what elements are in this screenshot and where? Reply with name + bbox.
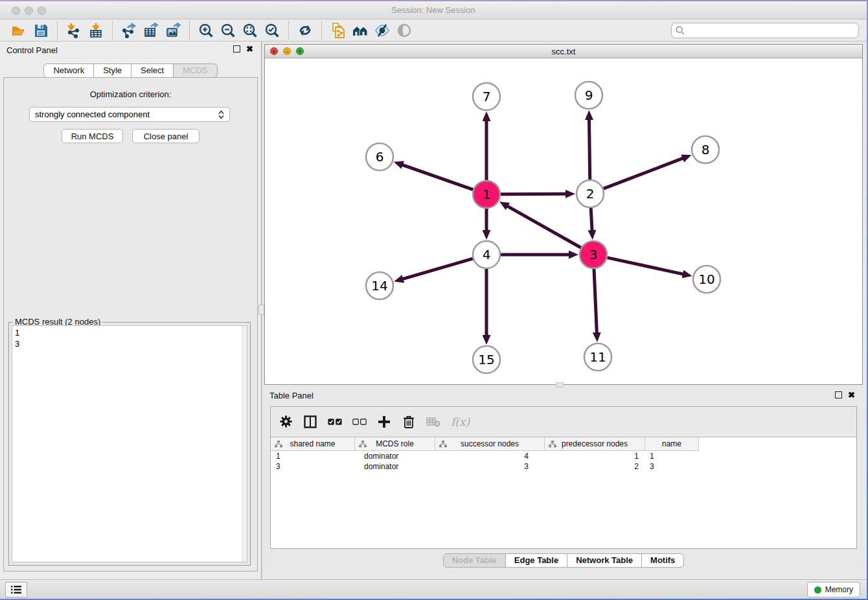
clone-network-button[interactable] — [327, 21, 349, 40]
tab-network-table[interactable]: Network Table — [567, 553, 642, 568]
column-header[interactable]: successor nodes — [435, 437, 545, 451]
zoom-selected-icon — [264, 23, 280, 38]
zoom-fit-button[interactable] — [239, 21, 261, 40]
graph-edge-3-11[interactable] — [594, 269, 597, 333]
network-canvas[interactable]: 1234678910111415 — [265, 58, 862, 384]
column-header[interactable]: shared name — [271, 437, 355, 451]
graph-edge-3-1[interactable] — [507, 206, 581, 248]
import-table-button[interactable] — [85, 21, 107, 40]
graph-node-label: 11 — [589, 349, 606, 365]
search-icon — [676, 26, 685, 35]
main-toolbar — [0, 19, 867, 41]
graph-node-label: 8 — [702, 142, 710, 157]
task-history-button[interactable] — [5, 582, 27, 597]
zoom-out-button[interactable] — [217, 21, 239, 40]
chevron-up-down-icon — [218, 110, 224, 119]
table-toolbar: f(x) — [271, 407, 856, 436]
table-cell: dominator — [355, 451, 435, 461]
tab-style[interactable]: Style — [94, 63, 131, 78]
column-header-label: successor nodes — [461, 439, 519, 448]
table-cell: 4 — [435, 451, 545, 461]
mcds-panel-body: Optimization criterion: strongly connect… — [3, 77, 258, 571]
table-panel-tabs: Node Table Edge Table Network Table Moti… — [264, 553, 863, 568]
control-panel-header: Control Panel ✖ — [0, 41, 261, 58]
add-column-icon — [378, 415, 391, 428]
graph-edge-2-3[interactable] — [591, 208, 592, 231]
tab-motifs[interactable]: Motifs — [642, 553, 684, 568]
column-header[interactable]: name — [645, 437, 699, 451]
table-settings-button[interactable] — [279, 415, 293, 429]
column-tree-icon — [439, 441, 447, 448]
float-panel-icon[interactable] — [233, 45, 240, 52]
column-header-label: name — [662, 439, 681, 448]
search-input[interactable] — [687, 26, 854, 35]
graphics-details-button[interactable] — [371, 21, 393, 40]
export-table-button[interactable] — [140, 21, 162, 40]
zoom-out-icon — [220, 23, 236, 38]
graph-edge-3-10[interactable] — [607, 258, 683, 274]
select-all-button[interactable] — [328, 415, 342, 429]
result-scrollbar[interactable] — [242, 326, 247, 562]
control-panel-title: Control Panel — [6, 45, 58, 55]
function-builder-icon: f(x) — [451, 415, 470, 428]
close-panel-icon[interactable]: ✖ — [246, 45, 253, 52]
mcds-result-textarea[interactable]: 1 3 — [12, 325, 247, 562]
graph-edge-1-6[interactable] — [402, 165, 473, 189]
memory-button[interactable]: Memory — [807, 582, 860, 597]
network-frame-title: scc.txt — [265, 47, 862, 56]
graph-edge-1-2[interactable] — [501, 194, 566, 194]
update-network-button[interactable] — [294, 21, 316, 40]
delete-icon — [403, 415, 415, 428]
delete-columns-button[interactable] — [402, 415, 416, 429]
run-mcds-button[interactable]: Run MCDS — [62, 129, 123, 143]
toolbar-separator — [189, 21, 190, 40]
export-image-button[interactable] — [162, 21, 184, 40]
birds-eye-button[interactable] — [393, 21, 415, 40]
graph-edge-2-9[interactable] — [589, 119, 589, 179]
close-panel-button[interactable]: Close panel — [132, 129, 200, 143]
toolbar-separator — [321, 21, 322, 40]
column-tree-icon — [359, 441, 367, 448]
table-row[interactable]: 3dominator323 — [271, 461, 699, 472]
column-header[interactable]: predecessor nodes — [545, 437, 645, 451]
float-panel-icon[interactable] — [835, 391, 842, 398]
tab-mcds[interactable]: MCDS — [174, 63, 217, 78]
graph-node-label: 3 — [589, 247, 598, 262]
show-column-panel-button[interactable] — [303, 415, 317, 429]
close-panel-icon[interactable]: ✖ — [848, 391, 855, 398]
graph-edge-2-8[interactable] — [604, 158, 683, 189]
column-header[interactable]: MCDS role — [355, 437, 435, 451]
save-session-button[interactable] — [30, 21, 52, 40]
network-graph[interactable]: 1234678910111415 — [265, 58, 862, 384]
task-list-icon — [10, 585, 22, 594]
table-panel-header: Table Panel ✖ — [264, 389, 863, 404]
tab-network[interactable]: Network — [43, 63, 94, 78]
status-bar: Memory — [0, 579, 867, 599]
graph-edge-4-14[interactable] — [403, 259, 473, 279]
control-panel: Control Panel ✖ Network Style Select MCD… — [0, 41, 261, 579]
column-header-label: shared name — [290, 439, 335, 448]
function-builder-button[interactable]: f(x) — [451, 415, 470, 429]
export-network-button[interactable] — [118, 21, 140, 40]
tab-select[interactable]: Select — [131, 63, 174, 78]
delete-table-button[interactable] — [426, 415, 440, 429]
import-network-button[interactable] — [63, 21, 85, 40]
zoom-in-button[interactable] — [195, 21, 217, 40]
deselect-all-button[interactable] — [352, 415, 367, 429]
tab-node-table[interactable]: Node Table — [443, 553, 506, 568]
network-frame-titlebar: × – + scc.txt — [265, 45, 862, 58]
zoom-selected-button[interactable] — [261, 21, 283, 40]
open-file-button[interactable] — [8, 21, 30, 40]
deselect-all-icon — [352, 418, 367, 426]
search-box[interactable] — [671, 23, 859, 38]
table-row[interactable]: 1dominator411 — [271, 451, 699, 461]
criterion-select[interactable]: strongly connected component — [29, 107, 230, 122]
graph-node-label: 4 — [483, 247, 491, 262]
tab-edge-table[interactable]: Edge Table — [506, 553, 567, 568]
table-cell: 1 — [545, 451, 645, 461]
horizontal-splitter-handle[interactable] — [556, 382, 564, 387]
create-column-button[interactable] — [377, 415, 391, 429]
vertical-splitter-handle[interactable] — [258, 305, 264, 315]
graph-node-label: 1 — [483, 187, 491, 202]
first-neighbors-button[interactable] — [349, 21, 371, 40]
